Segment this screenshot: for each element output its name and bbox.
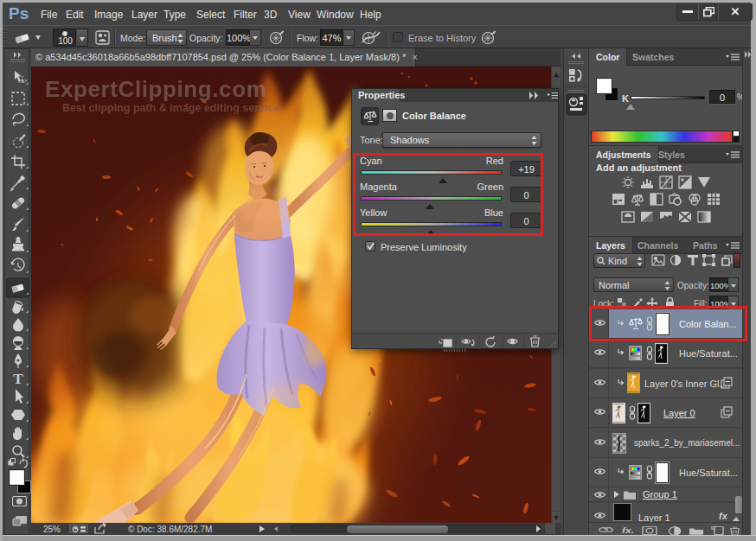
svg-text:T: T — [13, 371, 23, 387]
svg-text:Best clipping path & image edi: Best clipping path & image editing servi… — [62, 102, 279, 114]
svg-text:ExpertClipping.com: ExpertClipping.com — [45, 76, 266, 102]
svg-text:fx.: fx. — [622, 527, 634, 535]
